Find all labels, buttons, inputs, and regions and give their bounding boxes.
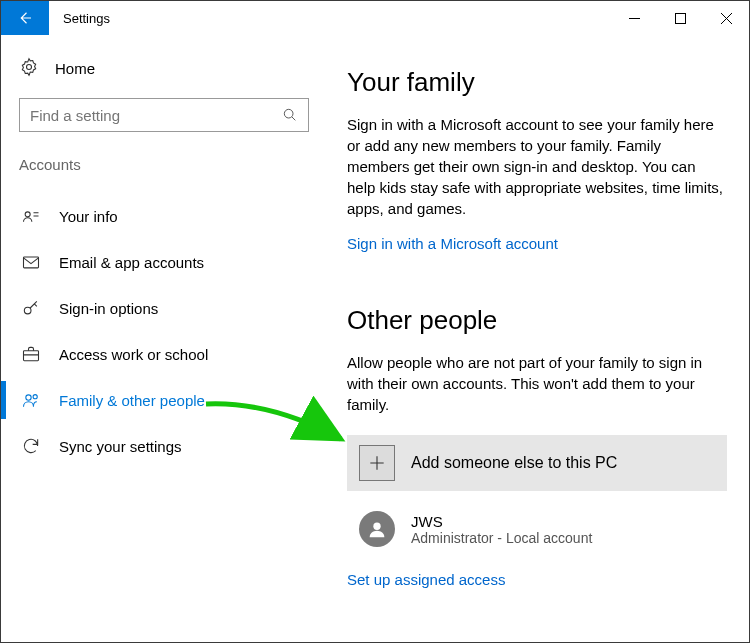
assigned-access-link[interactable]: Set up assigned access [347, 571, 505, 588]
sidebar-nav: Your info Email & app accounts Sign-in o… [19, 193, 311, 469]
svg-point-8 [33, 395, 37, 399]
close-icon [721, 13, 732, 24]
minimize-button[interactable] [611, 1, 657, 35]
sync-icon [21, 436, 41, 456]
sidebar-item-sync-settings[interactable]: Sync your settings [19, 423, 311, 469]
window-controls [611, 1, 749, 35]
user-name: JWS [411, 513, 592, 530]
sidebar-item-label: Email & app accounts [59, 254, 204, 271]
search-input[interactable] [30, 107, 282, 124]
svg-point-3 [25, 212, 30, 217]
briefcase-icon [21, 344, 41, 364]
sidebar-item-label: Family & other people [59, 392, 205, 409]
avatar-icon [359, 511, 395, 547]
svg-point-1 [27, 65, 32, 70]
user-row[interactable]: JWS Administrator - Local account [347, 505, 727, 553]
search-icon [282, 107, 298, 123]
sidebar-item-email-accounts[interactable]: Email & app accounts [19, 239, 311, 285]
close-button[interactable] [703, 1, 749, 35]
svg-point-7 [26, 395, 31, 400]
sidebar-item-access-work-school[interactable]: Access work or school [19, 331, 311, 377]
svg-point-5 [24, 307, 31, 314]
category-heading: Accounts [19, 156, 311, 173]
sidebar: Home Accounts Your info Email & app acco… [1, 35, 311, 642]
family-heading: Your family [347, 67, 727, 98]
add-someone-button[interactable]: Add someone else to this PC [347, 435, 727, 491]
svg-point-9 [373, 523, 380, 530]
signin-microsoft-link[interactable]: Sign in with a Microsoft account [347, 235, 558, 252]
sidebar-item-label: Sync your settings [59, 438, 182, 455]
main-content: Your family Sign in with a Microsoft acc… [311, 35, 749, 642]
home-button[interactable]: Home [19, 57, 311, 80]
sidebar-item-label: Access work or school [59, 346, 208, 363]
family-description: Sign in with a Microsoft account to see … [347, 114, 727, 219]
people-icon [21, 390, 41, 410]
other-people-heading: Other people [347, 305, 727, 336]
other-people-description: Allow people who are not part of your fa… [347, 352, 727, 415]
home-label: Home [55, 60, 95, 77]
back-button[interactable] [1, 1, 49, 35]
person-card-icon [21, 206, 41, 226]
sidebar-item-label: Your info [59, 208, 118, 225]
svg-rect-0 [675, 13, 685, 23]
svg-rect-6 [24, 351, 39, 361]
minimize-icon [629, 13, 640, 24]
window-title: Settings [49, 1, 110, 35]
plus-icon [359, 445, 395, 481]
maximize-icon [675, 13, 686, 24]
sidebar-item-your-info[interactable]: Your info [19, 193, 311, 239]
sidebar-item-signin-options[interactable]: Sign-in options [19, 285, 311, 331]
gear-icon [19, 57, 39, 80]
search-box[interactable] [19, 98, 309, 132]
sidebar-item-label: Sign-in options [59, 300, 158, 317]
user-subtitle: Administrator - Local account [411, 530, 592, 546]
add-someone-label: Add someone else to this PC [411, 454, 617, 472]
key-icon [21, 298, 41, 318]
mail-icon [21, 252, 41, 272]
sidebar-item-family-other-people[interactable]: Family & other people [19, 377, 311, 423]
back-arrow-icon [16, 9, 34, 27]
svg-rect-4 [24, 257, 39, 268]
maximize-button[interactable] [657, 1, 703, 35]
titlebar: Settings [1, 1, 749, 35]
svg-point-2 [284, 109, 293, 118]
